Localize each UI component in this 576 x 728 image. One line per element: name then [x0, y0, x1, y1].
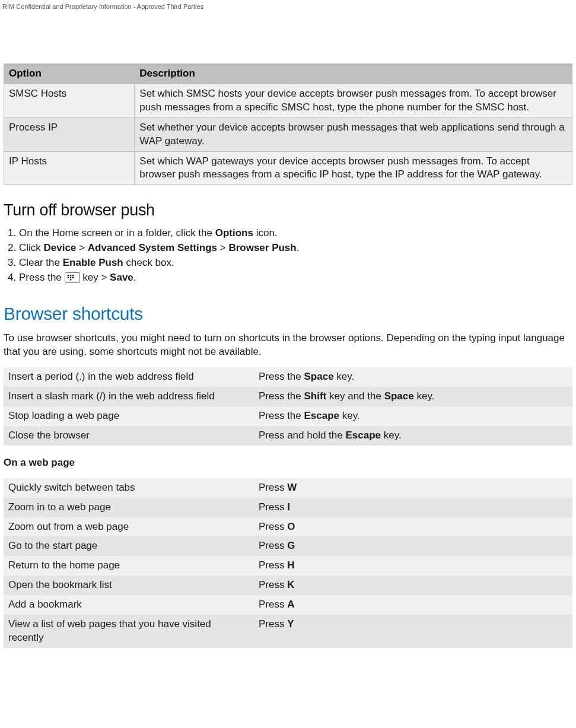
step-text: . [297, 242, 300, 253]
confidential-header: RIM Confidential and Proprietary Informa… [0, 0, 576, 11]
shortcut-action: Go to the start page [4, 536, 254, 556]
shortcut-action: View a list of web pages that you have v… [4, 615, 254, 648]
step-text: check box. [123, 257, 174, 268]
step-item: On the Home screen or in a folder, click… [19, 226, 572, 241]
shortcut-action: Open the bookmark list [4, 576, 254, 595]
step-text: > [217, 242, 228, 253]
options-table: Option Description SMSC Hosts Set which … [4, 63, 572, 186]
shortcut-key: Press K [254, 576, 572, 595]
step-text: . [133, 272, 136, 283]
step-item: Clear the Enable Push check box. [19, 256, 572, 271]
option-cell: IP Hosts [4, 151, 135, 185]
step-text: Clear the [19, 257, 63, 268]
column-header-description: Description [135, 63, 572, 84]
shortcut-key: Press A [254, 595, 572, 615]
svg-point-2 [72, 276, 74, 278]
svg-point-0 [67, 276, 69, 278]
shortcut-key: Press and hold the Escape key. [254, 426, 572, 446]
step-text: key > [80, 272, 110, 283]
column-header-option: Option [4, 63, 135, 84]
table-row: Insert a slash mark (/) in the web addre… [4, 387, 572, 406]
shortcuts-table-general: Insert a period (.) in the web address f… [4, 367, 572, 446]
step-bold: Save [110, 272, 133, 283]
step-bold: Advanced System Settings [88, 242, 217, 253]
shortcut-action: Add a bookmark [4, 595, 254, 615]
svg-point-1 [69, 276, 71, 278]
step-bold: Enable Push [63, 257, 123, 268]
table-row: Go to the start page Press G [4, 536, 572, 556]
svg-point-4 [69, 275, 71, 276]
shortcut-key: Press H [254, 556, 572, 576]
svg-point-5 [72, 275, 74, 276]
shortcut-action: Stop loading a web page [4, 406, 254, 426]
shortcut-action: Zoom out from a web page [4, 517, 254, 537]
shortcut-key: Press I [254, 498, 572, 517]
step-text: Press the [19, 272, 65, 283]
table-row: View a list of web pages that you have v… [4, 615, 572, 648]
heading-browser-shortcuts: Browser shortcuts [4, 302, 572, 326]
table-row: Open the bookmark list Press K [4, 576, 572, 595]
shortcut-action: Quickly switch between tabs [4, 478, 254, 498]
option-cell: Process IP [4, 117, 135, 151]
step-text: icon. [253, 227, 278, 239]
step-bold: Browser Push [228, 242, 296, 253]
step-text: > [76, 242, 87, 253]
shortcut-key: Press the Space key. [254, 367, 572, 387]
shortcut-key: Press O [254, 517, 572, 537]
step-bold: Options [215, 227, 253, 239]
step-bold: Device [44, 242, 77, 253]
step-item: Click Device > Advanced System Settings … [19, 241, 572, 256]
description-cell: Set whether your device accepts browser … [135, 117, 572, 151]
description-cell: Set which WAP gateways your device accep… [135, 151, 572, 185]
shortcut-key: Press G [254, 536, 572, 556]
shortcut-key: Press the Escape key. [254, 406, 572, 426]
table-row: SMSC Hosts Set which SMSC hosts your dev… [4, 84, 572, 117]
subheading-on-a-web-page: On a web page [4, 456, 572, 470]
table-header-row: Option Description [4, 63, 572, 84]
table-row: Quickly switch between tabs Press W [4, 478, 572, 498]
shortcut-action: Close the browser [4, 426, 254, 446]
shortcut-action: Insert a slash mark (/) in the web addre… [4, 387, 254, 406]
table-row: Zoom out from a web page Press O [4, 517, 572, 537]
shortcut-key: Press W [254, 478, 572, 498]
table-row: Zoom in to a web page Press I [4, 498, 572, 517]
steps-list: On the Home screen or in a folder, click… [4, 226, 572, 285]
shortcut-action: Zoom in to a web page [4, 498, 254, 517]
table-row: Stop loading a web page Press the Escape… [4, 406, 572, 426]
table-row: IP Hosts Set which WAP gateways your dev… [4, 151, 572, 185]
menu-key-icon [65, 272, 80, 283]
shortcuts-table-webpage: Quickly switch between tabs Press W Zoom… [4, 478, 572, 648]
shortcut-action: Insert a period (.) in the web address f… [4, 367, 254, 387]
table-row: Close the browser Press and hold the Esc… [4, 426, 572, 446]
shortcut-action: Return to the home page [4, 556, 254, 576]
svg-point-3 [67, 275, 69, 276]
table-row: Insert a period (.) in the web address f… [4, 367, 572, 387]
shortcut-key: Press Y [254, 615, 572, 648]
table-row: Process IP Set whether your device accep… [4, 117, 572, 151]
heading-turn-off-browser-push: Turn off browser push [4, 199, 572, 221]
step-item: Press the key > Save. [19, 271, 572, 285]
step-text: Click [19, 242, 44, 253]
svg-point-6 [69, 279, 71, 281]
shortcut-key: Press the Shift key and the Space key. [254, 387, 572, 406]
shortcuts-intro: To use browser shortcuts, you might need… [4, 332, 572, 359]
option-cell: SMSC Hosts [4, 84, 135, 117]
step-text: On the Home screen or in a folder, click… [19, 227, 215, 239]
table-row: Add a bookmark Press A [4, 595, 572, 615]
table-row: Return to the home page Press H [4, 556, 572, 576]
description-cell: Set which SMSC hosts your device accepts… [135, 84, 572, 117]
